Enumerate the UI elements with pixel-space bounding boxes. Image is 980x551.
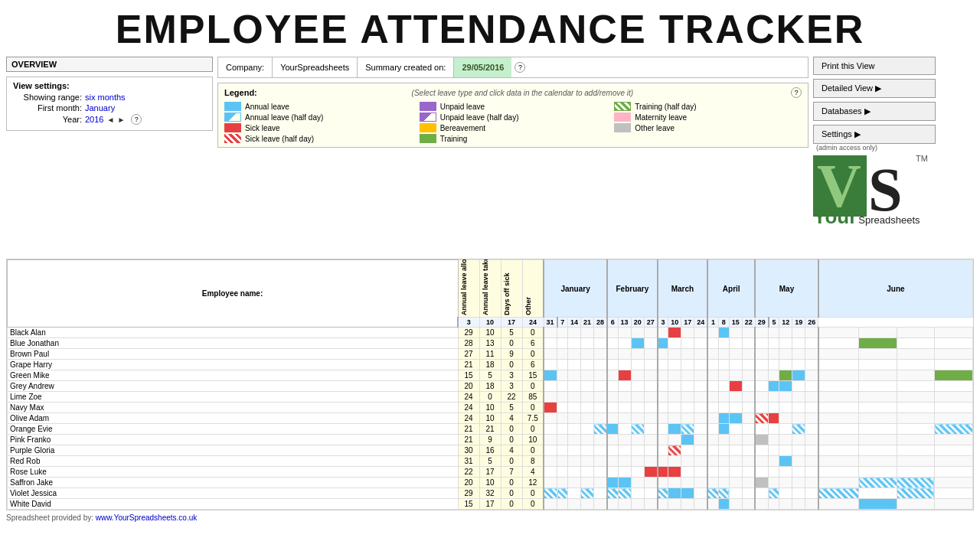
calendar-cell[interactable]: [557, 413, 568, 424]
calendar-cell[interactable]: [779, 456, 792, 467]
calendar-cell[interactable]: [544, 370, 557, 381]
calendar-cell[interactable]: [658, 381, 668, 392]
calendar-cell[interactable]: [897, 424, 934, 435]
calendar-cell[interactable]: [594, 499, 608, 510]
calendar-cell[interactable]: [618, 403, 631, 413]
calendar-cell[interactable]: [594, 403, 608, 413]
calendar-cell[interactable]: [694, 478, 708, 488]
calendar-cell[interactable]: [668, 381, 681, 392]
calendar-cell[interactable]: [658, 360, 668, 370]
calendar-cell[interactable]: [755, 381, 769, 392]
calendar-cell[interactable]: [805, 328, 818, 338]
calendar-cell[interactable]: [779, 499, 792, 510]
calendar-cell[interactable]: [859, 413, 897, 424]
calendar-cell[interactable]: [618, 338, 631, 349]
calendar-cell[interactable]: [755, 488, 769, 499]
calendar-cell[interactable]: [729, 392, 742, 403]
year-prev-arrow[interactable]: ◄: [106, 116, 114, 124]
calendar-cell[interactable]: [568, 370, 581, 381]
calendar-cell[interactable]: [742, 381, 755, 392]
calendar-cell[interactable]: [779, 403, 792, 413]
calendar-cell[interactable]: [818, 478, 859, 488]
calendar-cell[interactable]: [568, 424, 581, 435]
calendar-cell[interactable]: [618, 499, 631, 510]
calendar-cell[interactable]: [859, 435, 897, 445]
calendar-cell[interactable]: [594, 488, 608, 499]
calendar-cell[interactable]: [805, 478, 818, 488]
calendar-cell[interactable]: [935, 360, 973, 370]
legend-maternity[interactable]: Maternity leave: [614, 112, 802, 122]
calendar-cell[interactable]: [818, 338, 859, 349]
calendar-cell[interactable]: [859, 478, 897, 488]
calendar-cell[interactable]: [668, 488, 681, 499]
calendar-cell[interactable]: [897, 403, 934, 413]
calendar-cell[interactable]: [792, 403, 805, 413]
calendar-cell[interactable]: [742, 499, 755, 510]
calendar-cell[interactable]: [544, 392, 557, 403]
calendar-cell[interactable]: [935, 349, 973, 360]
calendar-cell[interactable]: [644, 370, 658, 381]
first-month-value[interactable]: January: [85, 103, 115, 112]
calendar-cell[interactable]: [668, 445, 681, 456]
calendar-cell[interactable]: [897, 338, 934, 349]
calendar-cell[interactable]: [668, 435, 681, 445]
calendar-cell[interactable]: [859, 499, 897, 510]
calendar-cell[interactable]: [718, 467, 729, 478]
calendar-cell[interactable]: [568, 413, 581, 424]
calendar-cell[interactable]: [897, 435, 934, 445]
calendar-cell[interactable]: [805, 381, 818, 392]
calendar-cell[interactable]: [779, 392, 792, 403]
calendar-cell[interactable]: [557, 467, 568, 478]
calendar-cell[interactable]: [859, 488, 897, 499]
calendar-cell[interactable]: [618, 328, 631, 338]
calendar-cell[interactable]: [618, 456, 631, 467]
calendar-cell[interactable]: [805, 403, 818, 413]
calendar-cell[interactable]: [779, 381, 792, 392]
calendar-cell[interactable]: [658, 338, 668, 349]
calendar-cell[interactable]: [779, 488, 792, 499]
calendar-cell[interactable]: [792, 328, 805, 338]
calendar-cell[interactable]: [818, 403, 859, 413]
calendar-cell[interactable]: [568, 488, 581, 499]
calendar-cell[interactable]: [631, 445, 644, 456]
calendar-cell[interactable]: [581, 413, 594, 424]
calendar-cell[interactable]: [681, 499, 694, 510]
calendar-cell[interactable]: [631, 328, 644, 338]
calendar-cell[interactable]: [792, 424, 805, 435]
calendar-cell[interactable]: [769, 488, 779, 499]
calendar-cell[interactable]: [607, 499, 618, 510]
calendar-cell[interactable]: [618, 467, 631, 478]
calendar-cell[interactable]: [607, 435, 618, 445]
calendar-cell[interactable]: [681, 338, 694, 349]
calendar-cell[interactable]: [897, 328, 934, 338]
calendar-cell[interactable]: [668, 360, 681, 370]
calendar-cell[interactable]: [792, 349, 805, 360]
legend-sick[interactable]: Sick leave: [224, 123, 412, 132]
calendar-cell[interactable]: [859, 381, 897, 392]
calendar-cell[interactable]: [742, 456, 755, 467]
calendar-cell[interactable]: [644, 467, 658, 478]
calendar-cell[interactable]: [805, 370, 818, 381]
calendar-cell[interactable]: [792, 478, 805, 488]
calendar-cell[interactable]: [568, 328, 581, 338]
calendar-cell[interactable]: [594, 370, 608, 381]
calendar-cell[interactable]: [594, 478, 608, 488]
calendar-cell[interactable]: [755, 403, 769, 413]
calendar-cell[interactable]: [568, 360, 581, 370]
calendar-cell[interactable]: [681, 403, 694, 413]
calendar-cell[interactable]: [544, 445, 557, 456]
calendar-cell[interactable]: [681, 488, 694, 499]
calendar-cell[interactable]: [694, 349, 708, 360]
calendar-cell[interactable]: [594, 392, 608, 403]
calendar-cell[interactable]: [607, 370, 618, 381]
calendar-cell[interactable]: [644, 338, 658, 349]
calendar-cell[interactable]: [568, 435, 581, 445]
calendar-cell[interactable]: [644, 435, 658, 445]
calendar-cell[interactable]: [668, 338, 681, 349]
calendar-cell[interactable]: [859, 445, 897, 456]
calendar-cell[interactable]: [769, 328, 779, 338]
calendar-cell[interactable]: [694, 456, 708, 467]
calendar-cell[interactable]: [805, 499, 818, 510]
calendar-cell[interactable]: [707, 435, 718, 445]
calendar-cell[interactable]: [897, 488, 934, 499]
